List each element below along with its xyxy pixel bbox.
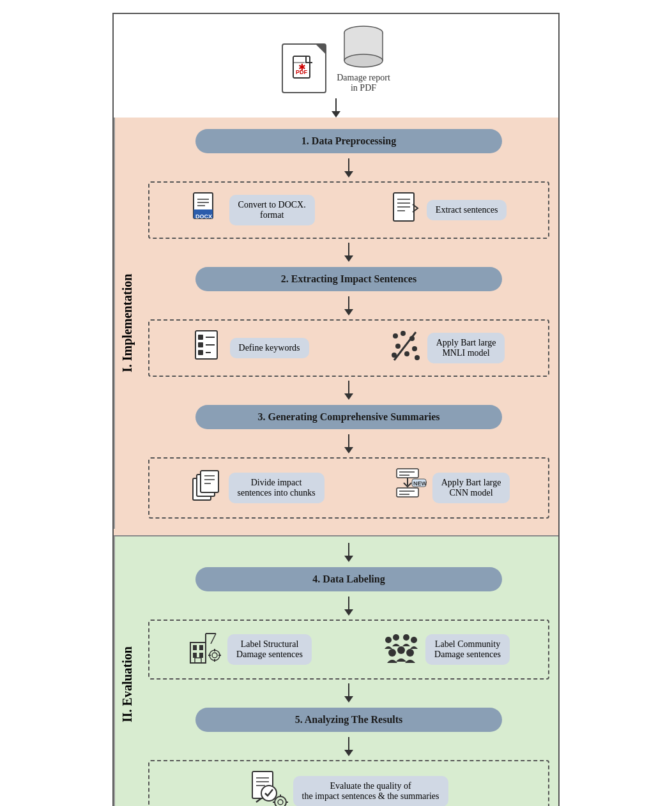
svg-point-34 — [415, 355, 420, 360]
preprocess-label2: Extract sentences — [427, 200, 507, 220]
svg-point-28 — [401, 331, 406, 336]
connector-7 — [146, 597, 552, 616]
implementation-section: I. Implementation 1. Data Preprocessing — [114, 118, 558, 535]
summarize-box: Divide impact sentences into chunks — [148, 457, 549, 519]
connector-4 — [146, 381, 552, 400]
summarize-item1: Divide impact sentences into chunks — [188, 469, 325, 506]
svg-point-30 — [395, 344, 401, 349]
step1-header: 1. Data Preprocessing — [195, 129, 502, 153]
db-label: Damage report in PDF — [337, 73, 390, 93]
connector-1 — [146, 158, 552, 178]
svg-rect-21 — [198, 335, 203, 340]
svg-rect-51 — [190, 643, 206, 663]
step2-header: 2. Extracting Impact Sentences — [195, 267, 502, 291]
svg-line-59 — [211, 634, 216, 644]
diagram-wrapper: PDF ✱ Dama — [112, 13, 560, 806]
extract-item1: Define keywords — [193, 330, 309, 367]
label-label2: Label Community Damage sentences — [425, 634, 510, 665]
evaluation-content: 4. Data Labeling — [139, 536, 558, 806]
docx-icon: DOCX — [191, 192, 224, 229]
preprocess-label1: Convert to DOCX. format — [229, 195, 315, 225]
svg-rect-48 — [397, 488, 418, 497]
step3-header: 3. Generating Comprehensive Summaries — [195, 405, 502, 429]
extract-label1: Define keywords — [230, 338, 309, 358]
svg-rect-38 — [201, 471, 218, 492]
cnn-icon: NEW — [394, 468, 427, 508]
connector-2 — [146, 243, 552, 262]
analyze-icon — [250, 770, 288, 806]
svg-point-69 — [411, 637, 417, 643]
connector-6 — [146, 543, 552, 562]
step5-header: 5. Analyzing The Results — [195, 708, 502, 732]
connector-5 — [146, 434, 552, 453]
svg-point-33 — [404, 351, 409, 356]
svg-point-79 — [278, 800, 283, 805]
svg-point-67 — [393, 634, 399, 641]
community-icon — [382, 630, 420, 669]
step4-header: 4. Data Labeling — [195, 567, 502, 591]
preprocess-item2: Extract sentences — [391, 192, 507, 229]
svg-rect-23 — [198, 342, 203, 347]
pdf-icon: PDF ✱ — [282, 43, 326, 93]
svg-rect-25 — [198, 350, 203, 355]
svg-point-72 — [406, 649, 414, 657]
structural-icon — [188, 630, 222, 669]
svg-rect-54 — [193, 653, 197, 658]
connector-8 — [146, 683, 552, 703]
connector-3 — [146, 296, 552, 316]
mnli-icon — [389, 330, 422, 367]
summarize-item2: NEW Apply Bart large CNN model — [394, 468, 510, 508]
connector-9 — [146, 737, 552, 756]
summarize-label2: Apply Bart large CNN model — [432, 473, 510, 503]
db-icon — [338, 24, 389, 69]
label-label1: Label Structural Damage sentences — [227, 634, 312, 665]
svg-text:DOCX: DOCX — [195, 213, 212, 220]
analyze-label1: Evaluate the quality of the impact sente… — [293, 776, 448, 806]
svg-rect-55 — [199, 653, 203, 658]
db-input-item: Damage report in PDF — [337, 24, 390, 93]
svg-text:NEW: NEW — [413, 480, 427, 487]
summarize-label1: Divide impact sentences into chunks — [229, 473, 325, 503]
label-item1: Label Structural Damage sentences — [188, 630, 312, 669]
preprocess-item1: DOCX Convert to DOCX. format — [191, 192, 315, 229]
svg-point-8 — [344, 54, 383, 67]
pdf-input-item: PDF ✱ — [282, 43, 326, 93]
svg-text:✱: ✱ — [298, 63, 306, 72]
svg-point-61 — [212, 653, 217, 658]
svg-point-31 — [412, 346, 417, 351]
svg-rect-42 — [397, 469, 418, 478]
svg-point-68 — [403, 634, 409, 641]
extract-box: Define keywords — [148, 319, 549, 377]
svg-point-60 — [210, 650, 220, 660]
svg-point-71 — [397, 646, 405, 654]
label-box: Label Structural Damage sentences — [148, 620, 549, 680]
chunks-icon — [188, 469, 224, 506]
implementation-label: I. Implementation — [114, 118, 139, 529]
svg-rect-56 — [195, 658, 201, 663]
keywords-icon — [193, 330, 225, 367]
implementation-content: 1. Data Preprocessing DOCX — [139, 118, 558, 529]
evaluation-label: II. Evaluation — [114, 536, 139, 806]
preprocess-box: DOCX Convert to DOCX. format — [148, 181, 549, 239]
analyze-item1: Evaluate the quality of the impact sente… — [250, 770, 448, 806]
implementation-with-label: I. Implementation 1. Data Preprocessing — [114, 118, 558, 529]
top-inputs: PDF ✱ Dama — [114, 14, 558, 118]
analyze-box: Evaluate the quality of the impact sente… — [148, 760, 549, 806]
svg-point-66 — [385, 637, 392, 643]
extract-label2: Apply Bart large MNLI model — [427, 333, 505, 363]
extract-item2: Apply Bart large MNLI model — [389, 330, 505, 367]
extract-sentences-icon — [391, 192, 422, 229]
svg-rect-52 — [193, 645, 197, 650]
evaluation-with-label: II. Evaluation 4. Data Labeling — [114, 536, 558, 806]
svg-point-70 — [388, 649, 396, 657]
label-item2: Label Community Damage sentences — [382, 630, 510, 669]
svg-point-27 — [393, 333, 398, 338]
input-row: PDF ✱ Dama — [282, 24, 390, 93]
evaluation-section: II. Evaluation 4. Data Labeling — [114, 536, 558, 806]
connector-top — [332, 98, 340, 118]
svg-rect-53 — [199, 645, 203, 650]
